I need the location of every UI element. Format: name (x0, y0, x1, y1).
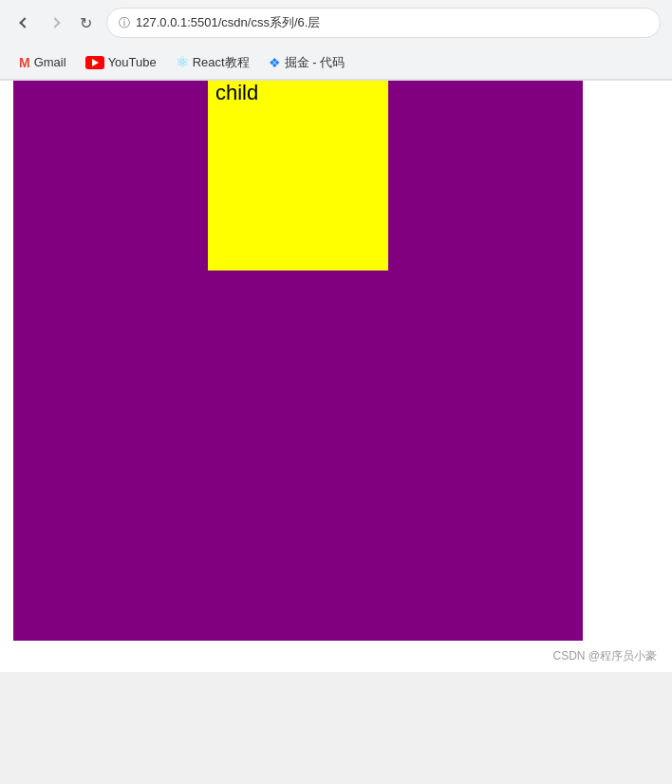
footer-text: CSDN @程序员小豪 (552, 648, 657, 664)
info-icon: ⓘ (119, 15, 130, 31)
browser-toolbar: ↻ ⓘ 127.0.0.1:5501/csdn/css系列/6.层 (0, 0, 672, 46)
bookmark-react[interactable]: ⚛ React教程 (168, 51, 257, 73)
address-bar[interactable]: ⓘ 127.0.0.1:5501/csdn/css系列/6.层 (106, 8, 661, 38)
url-text: 127.0.0.1:5501/csdn/css系列/6.层 (136, 14, 320, 31)
bookmark-react-label: React教程 (193, 54, 250, 71)
child-label: child (208, 73, 266, 112)
back-button[interactable] (11, 9, 38, 36)
juejin-icon: ❖ (269, 55, 281, 70)
page-footer: CSDN @程序员小豪 (0, 641, 672, 672)
browser-content: child (0, 81, 672, 641)
back-arrow-icon (19, 17, 29, 28)
youtube-icon (85, 56, 104, 69)
browser-chrome: ↻ ⓘ 127.0.0.1:5501/csdn/css系列/6.层 M Gmai… (0, 0, 672, 81)
bookmark-juejin[interactable]: ❖ 掘金 - 代码 (261, 52, 353, 73)
bookmark-juejin-label: 掘金 - 代码 (285, 54, 345, 71)
child-box: child (208, 81, 388, 271)
forward-arrow-icon (49, 17, 60, 28)
bookmark-gmail[interactable]: M Gmail (11, 53, 74, 72)
reload-icon: ↻ (80, 14, 92, 32)
bookmark-youtube-label: YouTube (108, 55, 157, 69)
nav-buttons: ↻ (11, 9, 99, 36)
bookmarks-bar: M Gmail YouTube ⚛ React教程 ❖ 掘金 - 代码 (0, 46, 672, 80)
reload-button[interactable]: ↻ (72, 9, 99, 36)
forward-button[interactable] (42, 9, 68, 36)
bookmark-gmail-label: Gmail (34, 55, 66, 69)
parent-box: child (13, 81, 583, 641)
react-icon: ⚛ (176, 53, 189, 71)
bookmark-youtube[interactable]: YouTube (78, 53, 164, 71)
gmail-icon: M (19, 55, 30, 70)
